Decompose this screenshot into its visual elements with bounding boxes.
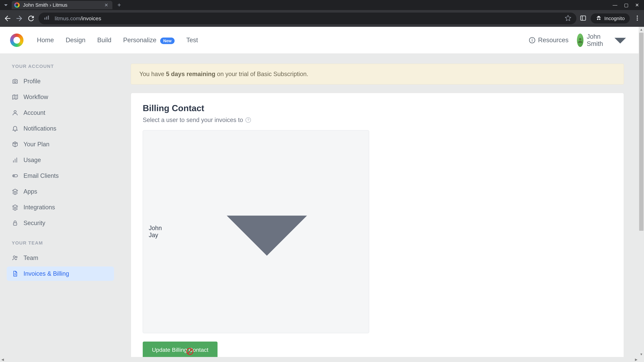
layers-icon	[12, 204, 18, 211]
sidebar-item-label: Workflow	[24, 93, 48, 100]
site-info-icon[interactable]	[44, 15, 50, 22]
browser-menu-icon[interactable]	[634, 15, 641, 22]
vertical-scrollbar[interactable]: ▲ ▼	[639, 27, 644, 357]
svg-rect-13	[14, 223, 17, 225]
sidebar-item-security[interactable]: Security	[7, 216, 114, 230]
browser-tab[interactable]: John Smith › Litmus ✕	[12, 1, 112, 9]
maximize-button[interactable]: ▢	[624, 2, 628, 8]
billing-contact-title: Billing Contact	[143, 103, 612, 113]
sidebar-item-profile[interactable]: Profile	[7, 74, 114, 88]
chevron-down-icon	[170, 135, 363, 328]
svg-point-2	[637, 15, 638, 17]
people-icon	[12, 255, 18, 261]
sidebar-item-workflow[interactable]: Workflow	[7, 90, 114, 104]
scroll-down-arrow[interactable]: ▼	[639, 352, 644, 357]
browser-tab-bar: John Smith › Litmus ✕ + — ▢ ✕	[0, 0, 644, 10]
back-button[interactable]	[3, 14, 12, 23]
main-nav: Home Design Build Personalize New Test	[37, 36, 198, 44]
sidebar-heading-team: YOUR TEAM	[7, 240, 114, 246]
svg-point-9	[14, 81, 16, 83]
sidebar-item-label: Notifications	[24, 125, 56, 132]
sidebar-item-label: Invoices & Billing	[24, 270, 69, 277]
nav-home[interactable]: Home	[37, 36, 54, 44]
document-icon	[12, 270, 18, 277]
toggle-icon	[12, 172, 18, 179]
forward-button[interactable]	[15, 14, 24, 23]
chart-icon	[12, 157, 18, 163]
sidebar-item-team[interactable]: Team	[7, 251, 114, 265]
help-icon[interactable]: ?	[246, 117, 251, 123]
bookmark-star-icon[interactable]	[565, 15, 572, 22]
sidebar-item-label: Security	[24, 220, 45, 227]
nav-personalize[interactable]: Personalize New	[123, 36, 174, 44]
user-icon	[12, 109, 18, 116]
sidebar-item-usage[interactable]: Usage	[7, 153, 114, 167]
layers-icon	[12, 188, 18, 195]
billing-contact-subtitle: Select a user to send your invoices to ?	[143, 116, 612, 123]
window-controls: — ▢ ✕	[613, 2, 644, 8]
new-tab-button[interactable]: +	[118, 1, 121, 8]
svg-point-12	[13, 175, 14, 176]
sidebar-item-label: Apps	[24, 188, 37, 195]
svg-point-10	[14, 111, 16, 113]
sidebar-item-account[interactable]: Account	[7, 106, 114, 120]
sidebar-item-label: Email Clients	[24, 172, 59, 179]
svg-point-4	[637, 19, 638, 21]
sidebar-item-label: Your Plan	[24, 141, 50, 148]
sidebar: YOUR ACCOUNT Profile Workflow Account No…	[0, 54, 121, 362]
chevron-down-icon	[606, 26, 634, 54]
sidebar-item-label: Profile	[24, 78, 40, 85]
sidebar-item-invoices-billing[interactable]: Invoices & Billing	[7, 267, 114, 281]
lock-icon	[12, 220, 18, 226]
sidebar-item-your-plan[interactable]: Your Plan	[7, 137, 114, 151]
resources-link[interactable]: Resources	[529, 36, 568, 44]
horizontal-scrollbar[interactable]: ◀ ▶	[0, 357, 639, 362]
update-billing-contact-button[interactable]: Update Billing Contact	[143, 342, 218, 358]
avatar	[577, 33, 584, 47]
sidebar-item-integrations[interactable]: Integrations	[7, 200, 114, 215]
sidebar-item-label: Account	[24, 109, 45, 116]
bell-icon	[12, 125, 18, 132]
sidebar-item-label: Usage	[24, 157, 41, 164]
reload-button[interactable]	[27, 14, 35, 23]
scroll-right-arrow[interactable]: ▶	[634, 357, 639, 362]
sidebar-item-label: Integrations	[24, 204, 55, 211]
map-icon	[12, 94, 18, 100]
nav-test[interactable]: Test	[186, 36, 198, 44]
main-content: You have 5 days remaining on your trial …	[121, 54, 644, 362]
user-menu[interactable]: John Smith	[577, 26, 634, 54]
sidebar-item-notifications[interactable]: Notifications	[7, 121, 114, 136]
tab-search-dropdown[interactable]	[2, 1, 10, 9]
svg-point-3	[637, 17, 638, 19]
camera-icon	[12, 78, 18, 85]
scroll-up-arrow[interactable]: ▲	[639, 27, 644, 32]
panel-icon[interactable]	[580, 15, 586, 22]
sidebar-item-label: Team	[24, 254, 38, 261]
minimize-button[interactable]: —	[613, 2, 617, 8]
address-bar[interactable]: litmus.com/invoices	[38, 12, 576, 24]
new-badge: New	[160, 37, 174, 44]
url-text: litmus.com/invoices	[55, 15, 101, 22]
not-allowed-cursor-icon	[186, 348, 193, 355]
billing-contact-select[interactable]: John Jay	[143, 130, 369, 333]
address-bar-row: litmus.com/invoices Incognito	[0, 10, 644, 27]
svg-point-14	[13, 256, 15, 258]
litmus-logo-icon[interactable]	[10, 33, 24, 47]
incognito-badge[interactable]: Incognito	[591, 13, 630, 23]
sidebar-item-apps[interactable]: Apps	[7, 184, 114, 199]
nav-build[interactable]: Build	[97, 36, 112, 44]
trial-alert-banner: You have 5 days remaining on your trial …	[131, 64, 624, 84]
close-window-button[interactable]: ✕	[635, 2, 639, 8]
sidebar-heading-account: YOUR ACCOUNT	[7, 64, 114, 69]
svg-rect-0	[580, 16, 586, 20]
billing-contact-card: Billing Contact Select a user to send yo…	[131, 93, 624, 362]
sidebar-item-email-clients[interactable]: Email Clients	[7, 169, 114, 183]
scroll-left-arrow[interactable]: ◀	[0, 357, 5, 362]
tab-close-icon[interactable]: ✕	[104, 2, 108, 8]
svg-point-15	[16, 256, 17, 258]
nav-design[interactable]: Design	[66, 36, 85, 44]
scroll-thumb[interactable]	[639, 33, 644, 231]
box-icon	[12, 141, 18, 148]
tab-title: John Smith › Litmus	[23, 2, 99, 8]
svg-point-8	[579, 38, 581, 40]
